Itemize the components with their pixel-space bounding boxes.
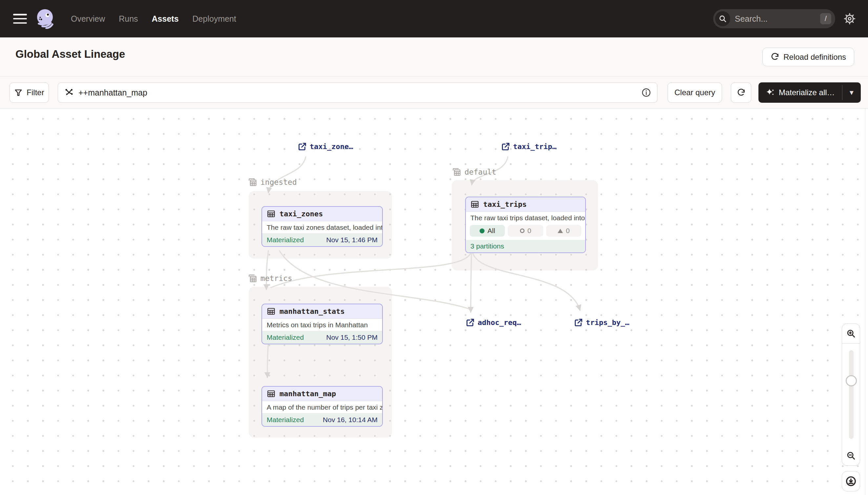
top-nav-bar: Overview Runs Assets Deployment / bbox=[0, 0, 868, 37]
download-image-button[interactable] bbox=[842, 471, 860, 491]
group-tables-icon bbox=[248, 274, 257, 283]
asset-node-title: manhattan_stats bbox=[280, 307, 345, 315]
zoom-slider-track bbox=[849, 350, 854, 439]
external-link-icon bbox=[501, 142, 510, 151]
lineage-toolbar: Filter Clear query bbox=[0, 76, 868, 109]
reload-definitions-label: Reload definitions bbox=[783, 52, 846, 62]
zoom-slider[interactable] bbox=[842, 344, 860, 445]
group-label-text: default bbox=[464, 168, 496, 176]
filter-funnel-icon bbox=[14, 88, 23, 97]
external-link-label: adhoc_req… bbox=[478, 319, 521, 327]
materialized-timestamp[interactable]: Nov 16, 10:14 AM bbox=[323, 416, 377, 424]
asset-node-description: The raw taxi trips dataset, loaded into … bbox=[466, 212, 585, 224]
materialize-all-label: Materialize all… bbox=[779, 88, 835, 97]
materialize-dropdown-caret[interactable]: ▼ bbox=[843, 82, 861, 103]
external-asset-link-adhoc-req[interactable]: adhoc_req… bbox=[466, 318, 521, 327]
asset-selection-input[interactable] bbox=[78, 88, 641, 98]
partitions-missing-count: 0 bbox=[528, 227, 531, 235]
group-tables-icon bbox=[452, 167, 461, 176]
refresh-icon bbox=[737, 88, 746, 97]
asset-node-taxi-zones[interactable]: taxi_zones The raw taxi zones dataset, l… bbox=[262, 206, 383, 247]
dagster-app: Overview Runs Assets Deployment / bbox=[0, 0, 868, 495]
external-link-icon bbox=[466, 318, 475, 327]
group-label-text: metrics bbox=[261, 274, 292, 283]
asset-graph-icon bbox=[64, 88, 74, 98]
external-link-icon bbox=[298, 142, 307, 151]
materialized-status: Materialized bbox=[267, 236, 304, 244]
topbar-right: / bbox=[713, 9, 855, 28]
page-header: Global Asset Lineage Reload definitions bbox=[0, 37, 868, 76]
nav-deployment[interactable]: Deployment bbox=[193, 14, 236, 24]
asset-node-taxi-trips[interactable]: taxi_trips The raw taxi trips dataset, l… bbox=[465, 197, 586, 253]
filter-button[interactable]: Filter bbox=[10, 82, 49, 103]
external-asset-link-taxi-trip[interactable]: taxi_trip… bbox=[501, 142, 556, 151]
sparkle-icon bbox=[766, 88, 775, 97]
group-label-default[interactable]: default bbox=[452, 167, 496, 176]
asset-node-footer: Materialized Nov 15, 1:46 PM bbox=[262, 234, 382, 246]
asset-node-footer: Materialized Nov 15, 1:50 PM bbox=[262, 331, 382, 344]
zoom-slider-handle[interactable] bbox=[846, 375, 857, 386]
zoom-out-button[interactable] bbox=[842, 445, 860, 466]
search-input[interactable] bbox=[735, 14, 820, 24]
settings-gear-icon[interactable] bbox=[844, 13, 855, 24]
asset-node-header: taxi_zones bbox=[262, 207, 382, 221]
partitions-count-label[interactable]: 3 partitions bbox=[471, 242, 504, 250]
external-asset-link-trips-by[interactable]: trips_by_… bbox=[574, 318, 629, 327]
page-title: Global Asset Lineage bbox=[15, 48, 125, 61]
asset-node-footer: 3 partitions bbox=[466, 240, 585, 252]
external-link-label: taxi_zone… bbox=[310, 142, 353, 151]
partitions-failed-count: 0 bbox=[566, 227, 570, 235]
refresh-graph-button[interactable] bbox=[731, 82, 751, 103]
partitions-all-chip[interactable]: All bbox=[470, 225, 505, 237]
lineage-edges bbox=[0, 109, 868, 495]
asset-node-manhattan-stats[interactable]: manhattan_stats Metrics on taxi trips in… bbox=[262, 304, 383, 344]
success-dot-icon bbox=[480, 228, 484, 233]
partitions-missing-chip[interactable]: 0 bbox=[508, 225, 543, 237]
asset-node-description: A map of the number of trips per taxi z.… bbox=[262, 401, 382, 414]
partition-health-chips: All 0 0 bbox=[466, 224, 585, 240]
zoom-controls bbox=[842, 323, 860, 491]
search-shortcut-badge: / bbox=[820, 13, 831, 24]
table-icon bbox=[471, 200, 479, 209]
query-info-icon[interactable] bbox=[641, 88, 651, 98]
asset-node-manhattan-map[interactable]: manhattan_map A map of the number of tri… bbox=[262, 386, 383, 427]
zoom-out-icon bbox=[846, 451, 856, 461]
asset-node-description: Metrics on taxi trips in Manhattan bbox=[262, 319, 382, 331]
materialized-timestamp[interactable]: Nov 15, 1:50 PM bbox=[326, 334, 377, 341]
materialize-all-split-button: Materialize all… ▼ bbox=[758, 82, 861, 103]
clear-query-button[interactable]: Clear query bbox=[668, 82, 722, 103]
materialized-timestamp[interactable]: Nov 15, 1:46 PM bbox=[326, 236, 377, 244]
lineage-canvas[interactable]: ingested default metrics taxi_zo bbox=[0, 109, 868, 495]
nav-assets[interactable]: Assets bbox=[152, 14, 179, 24]
filter-label: Filter bbox=[26, 88, 44, 97]
asset-node-title: taxi_zones bbox=[280, 210, 323, 218]
nav-overview[interactable]: Overview bbox=[71, 14, 105, 24]
zoom-in-icon bbox=[846, 328, 856, 338]
group-label-text: ingested bbox=[261, 178, 297, 186]
zoom-in-button[interactable] bbox=[842, 323, 860, 344]
reload-icon bbox=[770, 52, 779, 62]
asset-node-title: taxi_trips bbox=[483, 200, 527, 208]
download-icon bbox=[845, 476, 856, 487]
materialize-all-button[interactable]: Materialize all… bbox=[758, 82, 842, 103]
nav-runs[interactable]: Runs bbox=[119, 14, 138, 24]
hamburger-menu-icon[interactable] bbox=[13, 14, 27, 24]
asset-selection-input-wrap[interactable] bbox=[58, 82, 657, 103]
materialized-status: Materialized bbox=[267, 416, 304, 424]
partitions-failed-chip[interactable]: 0 bbox=[546, 225, 581, 237]
external-link-label: trips_by_… bbox=[586, 319, 629, 327]
external-link-icon bbox=[574, 318, 583, 327]
table-icon bbox=[267, 209, 276, 218]
search-icon bbox=[715, 11, 730, 26]
external-link-label: taxi_trip… bbox=[513, 142, 556, 151]
failed-triangle-icon bbox=[558, 229, 563, 233]
materialized-status: Materialized bbox=[267, 334, 304, 341]
group-label-ingested[interactable]: ingested bbox=[248, 177, 297, 187]
reload-definitions-button[interactable]: Reload definitions bbox=[762, 48, 854, 66]
asset-node-description: The raw taxi zones dataset, loaded int..… bbox=[262, 221, 382, 234]
global-search[interactable]: / bbox=[713, 9, 835, 28]
group-label-metrics[interactable]: metrics bbox=[248, 274, 292, 283]
asset-node-title: manhattan_map bbox=[280, 390, 336, 398]
external-asset-link-taxi-zone[interactable]: taxi_zone… bbox=[298, 142, 353, 151]
dagster-logo-icon[interactable] bbox=[35, 8, 56, 29]
